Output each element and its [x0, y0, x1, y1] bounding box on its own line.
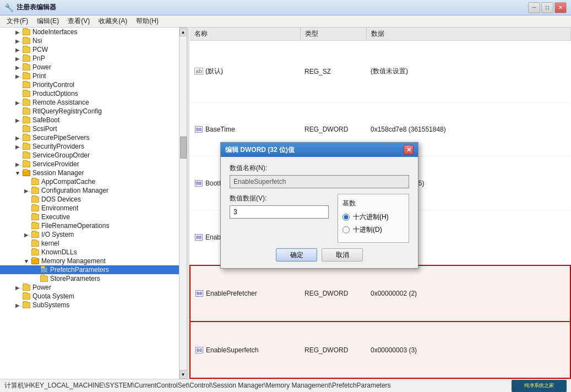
- reg-data-enablesuperfetch: 0x00000003 (3): [366, 322, 570, 378]
- folder-icon: [22, 28, 31, 36]
- modal-title-bar: 编辑 DWORD (32 位)值 ✕: [221, 143, 418, 157]
- reg-name-basetime: BaseTime: [205, 126, 235, 133]
- folder-icon: [22, 151, 31, 159]
- tree-item-power[interactable]: ▶ Power: [0, 63, 187, 72]
- tree-item-environment[interactable]: Environment: [0, 204, 187, 213]
- tree-item-rtlquery[interactable]: RtlQueryRegistryConfig: [0, 107, 187, 116]
- tree-item-label: KnownDLLs: [41, 248, 79, 256]
- tree-item-quotasystem[interactable]: Quota System: [0, 292, 187, 301]
- tree-item-sessionmanager[interactable]: ▼ Session Manager: [0, 168, 187, 177]
- tree-item-pcw[interactable]: ▶ PCW: [0, 45, 187, 54]
- tree-item-label: Print: [32, 72, 48, 80]
- folder-icon: [31, 195, 40, 203]
- modal-name-input[interactable]: [230, 175, 409, 188]
- registry-row-default[interactable]: ab (默认) REG_SZ (数值未设置): [190, 41, 570, 103]
- scroll-up-btn[interactable]: ▲: [180, 28, 187, 36]
- tree-item-label: I/O System: [41, 231, 76, 238]
- tree-item-label: Remote Assistance: [32, 99, 91, 106]
- tree-item-serviceprovider[interactable]: ▶ ServiceProvider: [0, 160, 187, 168]
- tree-item-dosdevices[interactable]: DOS Devices: [0, 195, 187, 204]
- folder-icon: [31, 257, 40, 265]
- expand-icon: ▶: [13, 135, 22, 141]
- tree-item-label: ScsiPort: [32, 125, 59, 133]
- reg-icon-enableprefetcher: 88: [195, 290, 204, 297]
- tree-item-kernel[interactable]: kernel: [0, 239, 187, 248]
- tree-item-memorymanagement[interactable]: ▼ Memory Management: [0, 257, 187, 265]
- modal-cancel-button[interactable]: 取消: [322, 248, 363, 262]
- folder-icon: [22, 90, 31, 97]
- registry-row-enablesuperfetch[interactable]: 88 EnableSuperfetch REG_DWORD 0x00000003…: [190, 322, 570, 378]
- reg-type-enableprefetcher: REG_DWORD: [300, 265, 366, 322]
- status-text: 计算机\HKEY_LOCAL_MACHINE\SYSTEM\CurrentCon…: [4, 381, 512, 390]
- folder-icon: [22, 125, 31, 133]
- menu-help[interactable]: 帮助(H): [132, 15, 163, 27]
- tree-item-configmanager[interactable]: ▶ Configuration Manager: [0, 186, 187, 195]
- tree-scroll[interactable]: ▶ NodeInterfaces ▶ Nsi ▶ PCW ▶ PnP: [0, 28, 187, 379]
- tree-item-appcompatcache[interactable]: AppCompatCache: [0, 177, 187, 186]
- tree-item-nodeinterfaces[interactable]: ▶ NodeInterfaces: [0, 28, 187, 36]
- tree-item-label: Power: [32, 63, 53, 71]
- tree-item-executive[interactable]: Executive: [0, 213, 187, 221]
- modal-base-label: 基数: [342, 199, 404, 208]
- reg-name-enableprefetcher: EnablePrefetcher: [206, 290, 257, 297]
- expand-icon: ▶: [22, 188, 31, 194]
- tree-item-nsi[interactable]: ▶ Nsi: [0, 36, 187, 45]
- tree-item-securityproviders[interactable]: ▶ SecurityProviders: [0, 142, 187, 151]
- folder-icon: [22, 134, 31, 141]
- scroll-down-btn[interactable]: ▼: [180, 370, 187, 379]
- tree-item-label: Executive: [41, 213, 72, 221]
- expand-icon: ▶: [13, 38, 22, 44]
- registry-header: 名称 类型 数据: [190, 28, 570, 41]
- close-button[interactable]: ✕: [554, 2, 567, 13]
- tree-item-subsystems[interactable]: ▶ SubSystems: [0, 301, 187, 309]
- menu-file[interactable]: 文件(F): [2, 15, 32, 27]
- tree-item-servicegrouporder[interactable]: ServiceGroupOrder: [0, 151, 187, 160]
- maximize-button[interactable]: □: [541, 2, 553, 13]
- modal-name-label: 数值名称(N):: [230, 164, 409, 173]
- window-controls: ─ □ ✕: [528, 2, 567, 13]
- status-logo: 纯净系统之家: [512, 380, 567, 392]
- tree-item-prefetchparameters[interactable]: PrefetchParameters: [0, 265, 187, 274]
- folder-icon: [31, 187, 40, 194]
- folder-icon: [22, 107, 31, 115]
- folder-icon: [31, 248, 40, 256]
- minimize-button[interactable]: ─: [528, 2, 540, 13]
- scroll-thumb[interactable]: [180, 137, 187, 159]
- tree-item-safeboot[interactable]: ▶ SafeBoot: [0, 116, 187, 124]
- menu-favorites[interactable]: 收藏夹(A): [94, 15, 132, 27]
- tree-item-power2[interactable]: ▶ Power: [0, 283, 187, 292]
- status-bar: 计算机\HKEY_LOCAL_MACHINE\SYSTEM\CurrentCon…: [0, 379, 571, 392]
- modal-data-input[interactable]: [230, 205, 329, 219]
- expand-icon: ▶: [13, 302, 22, 308]
- scrollbar[interactable]: ▲ ▼: [179, 28, 187, 379]
- modal-close-button[interactable]: ✕: [404, 145, 414, 155]
- tree-item-label: SubSystems: [32, 301, 72, 309]
- reg-icon-enablesuperfetch: 88: [195, 346, 204, 354]
- folder-icon: [31, 213, 40, 221]
- tree-item-filerename[interactable]: FileRenameOperations: [0, 221, 187, 230]
- col-type: 类型: [300, 28, 366, 41]
- menu-view[interactable]: 查看(V): [63, 15, 94, 27]
- radio-hex[interactable]: [342, 214, 350, 221]
- radio-dec[interactable]: [342, 226, 350, 233]
- tree-item-securepipeservers[interactable]: ▶ SecurePipeServers: [0, 133, 187, 142]
- tree-item-remoteassistance[interactable]: ▶ Remote Assistance: [0, 98, 187, 107]
- folder-icon: [31, 222, 40, 230]
- registry-row-enableprefetcher[interactable]: 88 EnablePrefetcher REG_DWORD 0x00000002…: [190, 265, 570, 322]
- tree-item-iosystem[interactable]: ▶ I/O System: [0, 230, 187, 239]
- tree-item-print[interactable]: ▶ Print: [0, 72, 187, 80]
- expand-icon: ▼: [22, 258, 31, 264]
- tree-item-label: Quota System: [32, 292, 77, 300]
- menu-edit[interactable]: 编辑(E): [32, 15, 63, 27]
- tree-item-prioritycontrol[interactable]: PriorityControl: [0, 80, 187, 89]
- reg-icon-bootid: 88: [194, 179, 203, 187]
- tree-item-knowndlls[interactable]: KnownDLLs: [0, 248, 187, 257]
- tree-item-storeparameters[interactable]: StoreParameters: [0, 274, 187, 283]
- folder-icon: [22, 81, 31, 89]
- tree-item-scsiport[interactable]: ScsiPort: [0, 124, 187, 133]
- tree-item-pnp[interactable]: ▶ PnP: [0, 54, 187, 63]
- modal-confirm-button[interactable]: 确定: [276, 248, 317, 262]
- tree-item-label: Environment: [41, 204, 80, 212]
- tree-item-label: Memory Management: [41, 257, 108, 265]
- tree-item-productoptions[interactable]: ProductOptions: [0, 89, 187, 98]
